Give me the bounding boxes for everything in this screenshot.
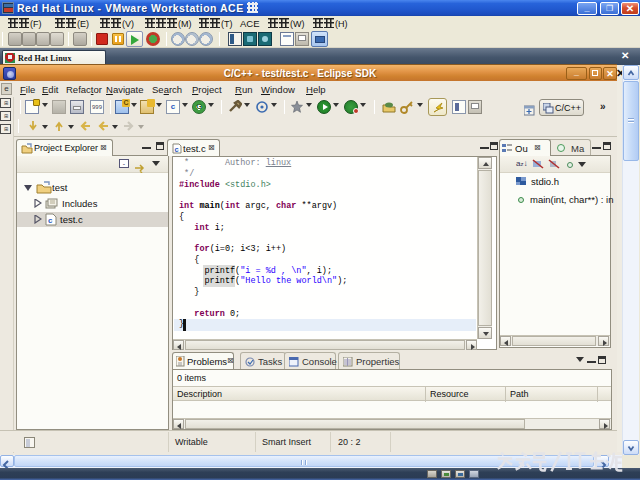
svg-text:c: c [48, 216, 53, 225]
svg-text:c: c [175, 145, 179, 154]
